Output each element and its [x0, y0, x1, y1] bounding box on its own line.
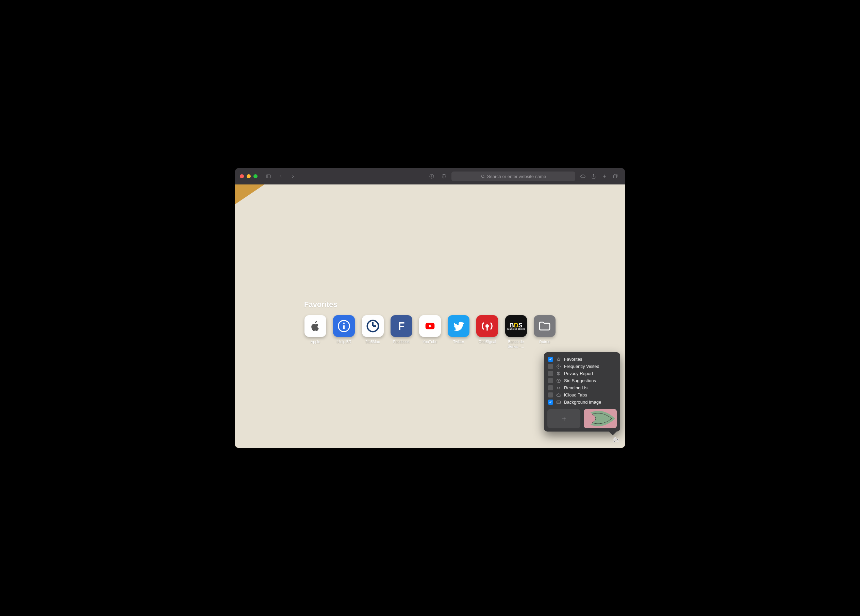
svg-point-27: [559, 387, 560, 389]
svg-point-24: [557, 379, 561, 382]
favorite-folder-outros[interactable]: Outros: [534, 315, 556, 349]
window-controls: [240, 174, 257, 178]
option-label: Reading List: [564, 385, 589, 390]
info-icon: [333, 315, 355, 337]
compass-icon: [556, 379, 561, 383]
favorite-facebook[interactable]: F Facebook: [390, 315, 413, 349]
checkbox[interactable]: [548, 357, 553, 362]
option-label: Siri Suggestions: [564, 378, 596, 383]
privacy-report-button[interactable]: [439, 171, 449, 181]
favorite-label: Facebook: [390, 339, 413, 344]
icloud-tabs-button[interactable]: [578, 171, 587, 181]
shield-icon: [556, 371, 561, 376]
option-frequently-visited[interactable]: Frequently Visited: [548, 363, 617, 370]
toolbar: Search or enter website name: [235, 168, 625, 184]
favorites-row: Apple iHelp BR 9to5Mac F Facebook: [304, 315, 556, 349]
star-icon: [556, 357, 561, 362]
address-placeholder: Search or enter website name: [487, 174, 546, 179]
svg-point-30: [557, 401, 558, 402]
option-privacy-report[interactable]: Privacy Report: [548, 370, 617, 377]
apple-icon: [304, 315, 326, 337]
option-label: Background Image: [564, 399, 601, 405]
favorite-youtube[interactable]: YouTube: [419, 315, 441, 349]
checkbox[interactable]: [548, 385, 553, 390]
favorite-banco-de-series[interactable]: BDS BANCO DE SÉRIES Banco de Séries -…: [505, 315, 527, 349]
passwords-button[interactable]: [427, 171, 436, 181]
checkbox[interactable]: [548, 371, 553, 376]
folder-icon: [534, 315, 556, 337]
tab-overview-button[interactable]: [610, 171, 620, 181]
favorites-section: Favorites Apple iHelp BR: [304, 300, 556, 349]
option-label: Frequently Visited: [564, 364, 599, 369]
checkbox[interactable]: [548, 399, 553, 405]
svg-rect-0: [266, 174, 270, 178]
option-label: Privacy Report: [564, 371, 593, 376]
twitter-icon: [448, 315, 469, 337]
svg-marker-25: [558, 380, 559, 382]
svg-point-37: [614, 441, 615, 442]
start-page: Favorites Apple iHelp BR: [235, 184, 625, 448]
svg-point-33: [614, 438, 616, 439]
cloud-icon: [556, 393, 561, 398]
add-background-button[interactable]: ＋: [548, 409, 581, 428]
glasses-icon: [556, 386, 561, 390]
favorite-label: Apple: [304, 339, 326, 344]
new-tab-button[interactable]: [600, 171, 609, 181]
checkbox[interactable]: [548, 378, 553, 383]
back-button[interactable]: [276, 171, 286, 181]
favorite-label: iHelp BR: [333, 339, 355, 344]
favorite-label: OneSignal: [476, 339, 498, 344]
background-thumbnail[interactable]: [584, 409, 617, 428]
option-favorites[interactable]: Favorites: [548, 356, 617, 363]
search-icon: [481, 174, 485, 179]
share-button[interactable]: [589, 171, 598, 181]
svg-marker-21: [557, 357, 561, 361]
favorites-heading: Favorites: [304, 300, 556, 309]
checkbox[interactable]: [548, 364, 553, 369]
favorite-label: Twitter: [447, 339, 470, 344]
svg-point-26: [557, 387, 558, 389]
image-icon: [556, 400, 561, 405]
minimize-window-button[interactable]: [246, 174, 251, 178]
clock-icon: [362, 315, 384, 337]
option-icloud-tabs[interactable]: iCloud Tabs: [548, 391, 617, 399]
favorite-ihelpbr[interactable]: iHelp BR: [333, 315, 355, 349]
option-background-image[interactable]: Background Image: [548, 399, 617, 406]
favorite-label: Banco de Séries -…: [505, 339, 527, 349]
svg-rect-10: [614, 175, 617, 178]
safari-window: Search or enter website name Favorites: [235, 168, 625, 448]
favorite-9to5mac[interactable]: 9to5Mac: [361, 315, 384, 349]
onesignal-icon: [476, 315, 498, 337]
favorite-onesignal[interactable]: OneSignal: [476, 315, 498, 349]
option-label: iCloud Tabs: [564, 393, 587, 398]
close-window-button[interactable]: [240, 174, 244, 178]
bds-icon: BDS BANCO DE SÉRIES: [505, 315, 527, 337]
option-siri-suggestions[interactable]: Siri Suggestions: [548, 377, 617, 384]
checkbox[interactable]: [548, 393, 553, 398]
address-bar[interactable]: Search or enter website name: [452, 171, 575, 181]
favorite-apple[interactable]: Apple: [304, 315, 326, 349]
facebook-icon: F: [391, 315, 412, 337]
background-thumbnails: ＋: [548, 409, 617, 428]
favorite-label: 9to5Mac: [361, 339, 384, 344]
option-label: Favorites: [564, 357, 582, 362]
clock-icon: [556, 364, 561, 369]
youtube-icon: [419, 315, 441, 337]
favorite-label: YouTube: [419, 339, 441, 344]
sidebar-toggle-button[interactable]: [264, 171, 273, 181]
svg-point-13: [343, 323, 345, 324]
favorite-twitter[interactable]: Twitter: [447, 315, 470, 349]
customize-start-page-button[interactable]: [610, 434, 621, 445]
svg-point-35: [617, 439, 618, 440]
svg-point-5: [481, 175, 484, 178]
option-reading-list[interactable]: Reading List: [548, 384, 617, 391]
customize-start-page-popover: Favorites Frequently Visited Privacy Rep…: [544, 352, 620, 432]
zoom-window-button[interactable]: [253, 174, 257, 178]
forward-button[interactable]: [288, 171, 298, 181]
favorite-label: Outros: [534, 339, 556, 344]
svg-line-6: [483, 177, 485, 178]
